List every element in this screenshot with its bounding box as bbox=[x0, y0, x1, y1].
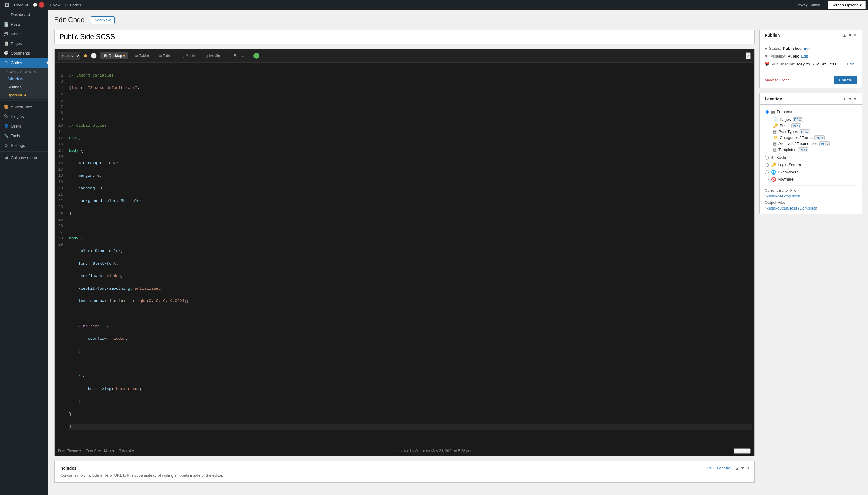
location-label-login[interactable]: 🔑 Login Screen bbox=[771, 163, 801, 167]
codes-link[interactable]: ⊙ Codes bbox=[63, 0, 84, 10]
view-tab-desktop[interactable]: 🖥 Desktop bbox=[100, 52, 128, 59]
view-tab-tablet-1[interactable]: ▭ Tablet bbox=[132, 52, 152, 59]
output-file-link[interactable]: 4-scss-output.scss (Compiled) bbox=[765, 206, 817, 210]
location-label-nowhere[interactable]: 🚫 Nowhere bbox=[771, 177, 794, 182]
sidebar-label-appearance: Appearance bbox=[11, 105, 32, 109]
code-text[interactable]: // Import Variables @import "8-scss-defa… bbox=[67, 66, 754, 443]
location-sub-posts: 🔑 Posts PRO bbox=[773, 123, 857, 129]
location-label-everywhere[interactable]: 🌐 Everywhere bbox=[771, 170, 799, 174]
retina-label: Retina bbox=[234, 54, 244, 58]
sidebar-label-dashboard: Dashboard bbox=[11, 12, 30, 17]
published-edit-link[interactable]: Edit bbox=[847, 62, 853, 66]
location-down[interactable]: ▼ bbox=[848, 97, 852, 101]
location-radio-backend[interactable] bbox=[765, 156, 768, 160]
collapse-icon: ◀ bbox=[4, 155, 8, 160]
location-radio-login[interactable] bbox=[765, 163, 768, 167]
categories-sub-icon: 📁 bbox=[773, 135, 778, 140]
trash-link[interactable]: Move to Trash bbox=[765, 78, 789, 82]
current-editor-file-link[interactable]: 4-scss-desktop.scss bbox=[765, 194, 800, 198]
fullscreen-button[interactable]: ⤢ bbox=[746, 52, 751, 59]
dashboard-icon: ⌂ bbox=[4, 12, 8, 17]
view-tab-tablet-2[interactable]: ▭ Tablet bbox=[156, 52, 176, 59]
code-editor-wrap: SCSS ? 🖥 Desktop ▭ Table bbox=[54, 49, 755, 456]
sidebar-label-settings-main: Settings bbox=[11, 143, 25, 148]
post-types-sub-icon: ▦ bbox=[773, 129, 777, 134]
includes-close[interactable]: ✕ bbox=[746, 466, 749, 471]
publish-down[interactable]: ▼ bbox=[848, 33, 852, 38]
tabs-selector[interactable]: Tabs: 4 ▾ bbox=[119, 449, 134, 453]
pages-icon: 📋 bbox=[4, 41, 8, 46]
sidebar-item-plugins[interactable]: 🔌 Plugins bbox=[0, 112, 48, 121]
tabs-arrow: ▾ bbox=[132, 449, 134, 453]
upgrade-label: Upgrade ➜ bbox=[7, 93, 27, 97]
includes-collapse-up[interactable]: ▲ bbox=[735, 466, 739, 471]
theme-selector[interactable]: Dark Theme ▾ bbox=[58, 449, 81, 453]
published-value: May 23, 2021 at 17:11 bbox=[797, 62, 837, 66]
location-up[interactable]: ▲ bbox=[843, 97, 847, 101]
sidebar-item-codes[interactable]: ⊙ Codes bbox=[0, 58, 48, 68]
sidebar-item-users[interactable]: 👤 Users bbox=[0, 121, 48, 131]
calendar-icon: 📅 bbox=[765, 62, 770, 67]
font-size-selector[interactable]: Font Size: 14px ▾ bbox=[86, 449, 114, 453]
sidebar-item-media[interactable]: 🖼 Media bbox=[0, 29, 48, 39]
sidebar-item-tools[interactable]: 🔧 Tools bbox=[0, 131, 48, 140]
location-radio-nowhere[interactable] bbox=[765, 177, 768, 182]
sidebar-item-settings[interactable]: Settings bbox=[4, 83, 48, 91]
location-sub-pages: 📄 Pages PRO bbox=[773, 117, 857, 123]
new-content-link[interactable]: + New bbox=[47, 0, 63, 10]
sidebar-item-posts[interactable]: 📄 Posts bbox=[0, 19, 48, 29]
settings-main-icon: ⚙ bbox=[4, 143, 8, 148]
login-text: Login Screen bbox=[778, 163, 801, 167]
visibility-edit-link[interactable]: Edit bbox=[801, 54, 808, 58]
desktop-dot bbox=[123, 55, 125, 57]
publish-close[interactable]: ✕ bbox=[853, 33, 857, 38]
pages-sub-icon: 📄 bbox=[773, 117, 778, 122]
includes-collapse-down[interactable]: ▼ bbox=[741, 466, 745, 471]
sidebar-label-comments: Comments bbox=[11, 51, 30, 55]
everywhere-text: Everywhere bbox=[778, 170, 799, 174]
sidebar-item-upgrade[interactable]: Upgrade ➜ bbox=[4, 91, 48, 99]
language-selector[interactable]: SCSS bbox=[58, 52, 81, 60]
location-label-backend[interactable]: ⊕ Backend bbox=[771, 155, 792, 160]
output-button[interactable]: OUTPUT bbox=[734, 448, 751, 454]
code-title-input[interactable] bbox=[54, 30, 755, 44]
visibility-label: Visibility: bbox=[771, 54, 786, 58]
posts-sub-icon: 🔑 bbox=[773, 123, 778, 128]
screen-options-button[interactable]: Screen Options ▾ bbox=[828, 1, 866, 9]
sidebar-item-settings-main[interactable]: ⚙ Settings bbox=[0, 140, 48, 150]
site-name-link[interactable]: CodeKit bbox=[12, 0, 31, 10]
location-radio-everywhere[interactable] bbox=[765, 170, 768, 174]
sidebar-item-appearance[interactable]: 🎨 Appearance bbox=[0, 102, 48, 112]
sidebar-item-pages[interactable]: 📋 Pages bbox=[0, 39, 48, 48]
sidebar-label-plugins: Plugins bbox=[11, 114, 24, 119]
add-new-button[interactable]: Add New bbox=[91, 16, 115, 24]
pro-feature-link[interactable]: PRO Feature bbox=[707, 466, 731, 470]
categories-pro-badge: PRO bbox=[814, 135, 824, 140]
wp-logo-link[interactable]: ⊞ bbox=[2, 0, 12, 10]
location-radio-frontend[interactable] bbox=[765, 110, 768, 114]
location-label-frontend[interactable]: ▦ Frontend bbox=[771, 109, 792, 114]
publish-up[interactable]: ▲ bbox=[843, 33, 847, 38]
theme-arrow: ▾ bbox=[79, 449, 81, 453]
published-row: 📅 Published on: May 23, 2021 at 17:11 Ed… bbox=[765, 60, 857, 68]
status-row: ● Status: Published Edit bbox=[765, 45, 857, 52]
location-close[interactable]: ✕ bbox=[853, 97, 857, 101]
sidebar-item-comments[interactable]: 💬 Comments bbox=[0, 48, 48, 58]
help-button[interactable]: ? bbox=[91, 53, 97, 59]
right-sidebar: Publish ▲ ▼ ✕ ● Status: Published Edit bbox=[760, 30, 862, 483]
output-file-label: Output File: bbox=[765, 200, 857, 205]
code-editor-area[interactable]: 12345 678910 1112131415 1617181920 21222… bbox=[55, 63, 754, 446]
view-tab-retina[interactable]: ⊡ Retina bbox=[227, 52, 247, 59]
status-edit-link[interactable]: Edit bbox=[803, 46, 810, 51]
update-button[interactable]: Update bbox=[834, 76, 857, 84]
view-tab-mobile-1[interactable]: ▯ Mobile bbox=[179, 52, 199, 59]
location-option-frontend: ▦ Frontend bbox=[765, 108, 857, 116]
view-tab-mobile-2[interactable]: ▯ Mobile bbox=[203, 52, 223, 59]
sidebar-item-dashboard[interactable]: ⌂ Dashboard bbox=[0, 10, 48, 19]
sidebar-item-collapse[interactable]: ◀ Collapse menu bbox=[0, 153, 48, 163]
line-numbers: 12345 678910 1112131415 1617181920 21222… bbox=[55, 66, 67, 443]
location-option-everywhere: 🌐 Everywhere bbox=[765, 169, 857, 176]
comments-link[interactable]: 💬 0 bbox=[31, 0, 47, 10]
sidebar-item-add-new[interactable]: Add New bbox=[4, 75, 48, 83]
sidebar-label-collapse: Collapse menu bbox=[11, 156, 37, 160]
